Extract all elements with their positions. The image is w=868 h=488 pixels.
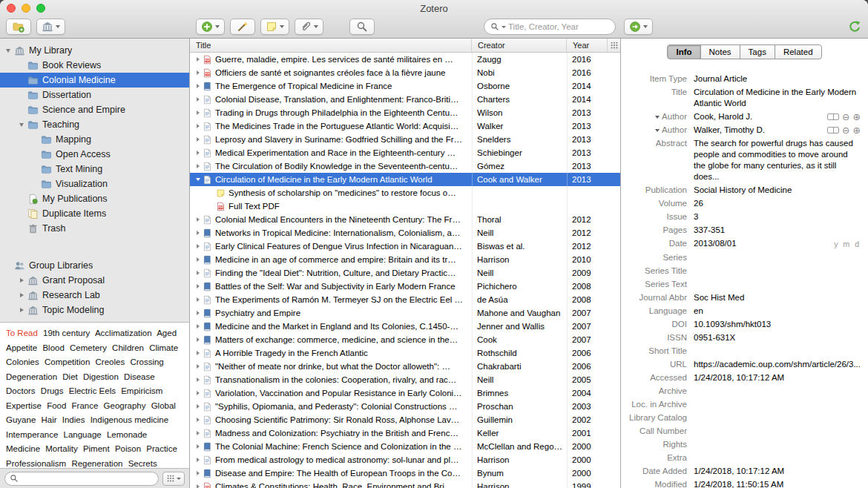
sidebar-item-book-reviews[interactable]: Book Reviews (0, 58, 189, 73)
tag-france[interactable]: France (72, 401, 99, 410)
disclosure-triangle-icon[interactable] (193, 228, 203, 238)
sidebar-item-visualization[interactable]: Visualization (0, 177, 189, 191)
item-row[interactable]: Madness and Colonization: Psychiatry in … (190, 426, 620, 440)
disclosure-triangle-icon[interactable] (193, 455, 203, 465)
tag-blood[interactable]: Blood (42, 343, 64, 352)
tag-indies[interactable]: Indies (62, 415, 85, 424)
sidebar-item-colonial-medicine[interactable]: Colonial Medicine (0, 73, 189, 88)
sidebar-item-my-library[interactable]: My Library (0, 43, 189, 58)
sidebar-item-research-lab[interactable]: Research Lab (0, 288, 189, 303)
author-options-caret-icon[interactable] (655, 129, 660, 132)
item-row[interactable]: Battles of the Self: War and Subjectivit… (190, 280, 620, 293)
tag-appetite[interactable]: Appetite (6, 343, 37, 352)
disclosure-triangle-icon[interactable] (16, 119, 27, 130)
tag-aged[interactable]: Aged (157, 329, 177, 337)
tag-poison[interactable]: Poison (115, 444, 141, 453)
tag-cemetery[interactable]: Cemetery (70, 343, 107, 352)
tag-piment[interactable]: Piment (83, 444, 110, 453)
sidebar-item-trash[interactable]: Trash (0, 221, 189, 236)
field-label-author-2[interactable]: Author (625, 125, 694, 136)
item-row[interactable]: Colonial Disease, Translation, and Enlig… (190, 93, 620, 106)
add-creator-button[interactable]: ⊕ (853, 126, 861, 134)
child-attachment-row[interactable]: Full Text PDF (190, 200, 620, 213)
disclosure-triangle-icon[interactable] (16, 305, 27, 315)
column-picker-button[interactable] (608, 39, 620, 52)
disclosure-triangle-icon[interactable] (193, 429, 203, 438)
field-label-author[interactable]: Author (625, 111, 694, 122)
disclosure-triangle-icon[interactable] (193, 68, 203, 78)
tag-disease[interactable]: Disease (124, 372, 155, 381)
tag-doctors[interactable]: Doctors (6, 386, 36, 395)
disclosure-triangle-icon[interactable] (193, 122, 203, 131)
add-by-identifier-button[interactable] (230, 19, 255, 35)
remove-creator-button[interactable]: ⊖ (842, 113, 849, 121)
tag-search-field[interactable] (4, 472, 159, 486)
item-row[interactable]: Guerre, maladie, empire. Les services de… (190, 53, 620, 66)
tag-expertise[interactable]: Expertise (6, 401, 42, 410)
field-value-series-title[interactable] (694, 266, 861, 277)
field-value-short-title[interactable] (694, 346, 861, 357)
sidebar-item-group-libraries[interactable]: Group Libraries (0, 258, 189, 273)
tag-food[interactable]: Food (47, 401, 66, 410)
item-row[interactable]: Disease and Empire: The Health of Europe… (190, 466, 620, 480)
item-row[interactable]: Officiers de santé et soignantes créoles… (190, 66, 620, 79)
disclosure-triangle-icon[interactable] (193, 255, 203, 265)
item-row[interactable]: Variolation, Vaccination and Popular Res… (190, 386, 620, 400)
disclosure-triangle-icon[interactable] (193, 95, 203, 105)
disclosure-triangle-icon[interactable] (16, 290, 27, 300)
item-row[interactable]: "Neither of meate nor drinke, but what t… (190, 360, 620, 373)
tag-competition[interactable]: Competition (45, 357, 90, 366)
field-value-author[interactable]: Cook, Harold J. (694, 111, 823, 122)
add-creator-button[interactable]: ⊕ (853, 113, 861, 121)
quick-search-field[interactable] (484, 19, 616, 35)
advanced-search-button[interactable] (349, 19, 375, 35)
tag-guyane[interactable]: Guyane (6, 415, 36, 424)
field-value-item-type[interactable]: Journal Article (694, 73, 861, 85)
add-attachment-button[interactable] (295, 19, 323, 35)
disclosure-triangle-icon[interactable] (193, 162, 203, 171)
field-value-loc-in-archive[interactable] (694, 399, 861, 410)
remove-creator-button[interactable]: ⊖ (842, 126, 849, 134)
field-value-date[interactable]: 2013/08/01 (694, 238, 828, 249)
sidebar-item-topic-modeling[interactable]: Topic Modeling (0, 303, 189, 317)
tag-degeneration[interactable]: Degeneration (6, 372, 57, 381)
field-value-author-2[interactable]: Walker, Timothy D. (694, 125, 823, 136)
field-value-date-added[interactable]: 1/24/2018, 10:17:12 AM (694, 466, 861, 477)
search-options-caret-icon[interactable] (502, 26, 506, 28)
tag-secrets[interactable]: Secrets (128, 459, 157, 468)
field-value-accessed[interactable]: 1/24/2018, 10:17:12 AM (694, 372, 861, 383)
field-value-language[interactable]: en (694, 306, 861, 317)
titlebar[interactable]: Zotero (0, 0, 868, 16)
field-value-pages[interactable]: 337-351 (694, 225, 861, 236)
disclosure-triangle-icon[interactable] (193, 482, 203, 488)
tag-practice[interactable]: Practice (146, 444, 177, 453)
tag-geography[interactable]: Geography (104, 401, 146, 410)
item-row[interactable]: "Syphilis, Opiomania, and Pederasty": Co… (190, 400, 620, 413)
field-value-series-text[interactable] (694, 279, 861, 290)
tag-regeneration[interactable]: Regeneration (71, 459, 122, 468)
item-row[interactable]: Networks in Tropical Medicine: Internati… (190, 226, 620, 240)
tag-acclimatization[interactable]: Acclimatization (95, 329, 152, 337)
disclosure-triangle-icon[interactable] (193, 108, 203, 118)
column-header-title[interactable]: Title (190, 39, 472, 52)
item-row[interactable]: The Emergence of Tropical Medicine in Fr… (190, 79, 620, 93)
disclosure-triangle-icon[interactable] (193, 362, 203, 372)
disclosure-triangle-icon[interactable] (193, 82, 203, 91)
tab-info[interactable]: Info (667, 44, 700, 59)
field-value-doi[interactable]: 10.1093/shm/hkt013 (694, 319, 861, 330)
sync-button[interactable] (848, 20, 861, 33)
tag-search-input[interactable] (22, 474, 154, 483)
disclosure-triangle-icon[interactable] (193, 415, 203, 425)
tag-digestion[interactable]: Digestion (83, 372, 119, 381)
tag-drugs[interactable]: Drugs (41, 386, 64, 395)
field-value-publication[interactable]: Social History of Medicine (694, 185, 861, 196)
disclosure-triangle-icon[interactable] (193, 322, 203, 332)
tag-19th-century[interactable]: 19th century (43, 329, 90, 337)
quick-search-input[interactable] (508, 22, 609, 31)
disclosure-triangle-icon[interactable] (16, 275, 27, 286)
field-value-abstract[interactable]: The search for powerful drugs has caused… (694, 138, 861, 182)
item-row[interactable]: Early Clinical Features of Dengue Virus … (190, 240, 620, 253)
child-note-row[interactable]: Synthesis of scholarship on "medicines" … (190, 186, 620, 200)
tag-global[interactable]: Global (151, 401, 176, 410)
sidebar-item-open-access[interactable]: Open Access (0, 147, 189, 162)
